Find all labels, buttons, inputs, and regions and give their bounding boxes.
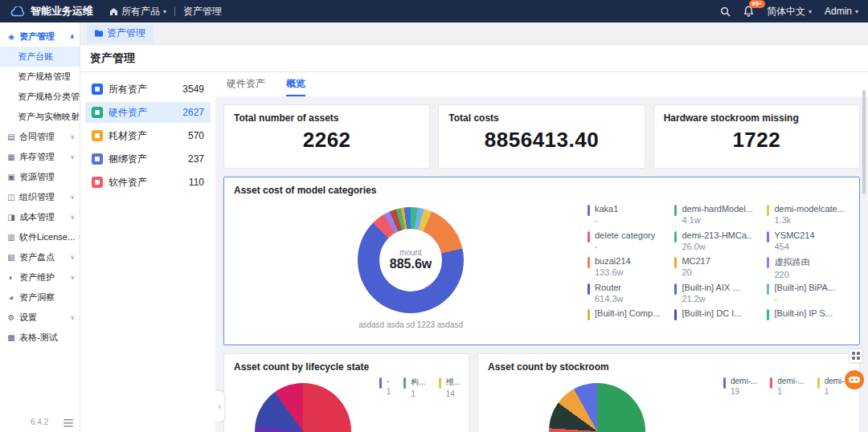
legend-item[interactable]: Router614.3w xyxy=(588,283,661,309)
chevron-down-icon: ∨ xyxy=(70,153,75,161)
sidebar-item[interactable]: ◐资产维护∨ xyxy=(0,267,80,287)
chevron-down-icon: ▾ xyxy=(809,8,812,15)
content-tab[interactable]: 概览 xyxy=(286,72,305,96)
type-list-count: 3549 xyxy=(182,84,204,95)
pie-chart-1[interactable] xyxy=(255,383,351,432)
assistant-button[interactable] xyxy=(844,369,865,390)
collapse-panel-icon[interactable]: ‹ xyxy=(215,390,225,422)
legend-item[interactable]: buzai214133.6w xyxy=(588,256,661,283)
nav-all-products[interactable]: 所有产品 ▾ xyxy=(109,5,166,18)
type-list-item[interactable]: 硬件资产2627 xyxy=(85,102,211,123)
sidebar-item-label: 资产盘点 xyxy=(19,251,55,263)
sidebar-item-label: 资产洞察 xyxy=(19,291,55,304)
legend-marker xyxy=(723,377,726,389)
page-title: 资产管理 xyxy=(80,45,868,72)
legend-item[interactable]: [Built-in] BiPA...- xyxy=(767,283,846,309)
legend-item[interactable]: [Built-in] Comp... xyxy=(588,308,661,335)
assets-icon: ◈ xyxy=(6,32,16,41)
legend-item[interactable]: delete category- xyxy=(588,230,661,257)
hardware-assets-icon xyxy=(92,107,103,118)
legend-marker xyxy=(767,231,769,242)
pie-chart-2[interactable] xyxy=(549,383,645,432)
legend-name: Router xyxy=(595,283,623,292)
open-tab-asset-management[interactable]: 资产管理 xyxy=(87,25,154,43)
sidebar-subitem[interactable]: 资产与实物映射... xyxy=(0,107,80,127)
legend-name: [Built-in] BiPA... xyxy=(774,283,835,292)
sidebar-item[interactable]: ◈资产管理∧ xyxy=(0,26,80,47)
donut-center-label: mount xyxy=(399,248,422,257)
sidebar-subitem[interactable]: 资产规格管理 xyxy=(0,67,80,87)
overview-area: Total number of assets2262Total costs885… xyxy=(215,96,868,432)
license-icon: ▥ xyxy=(6,233,16,242)
widget-panel-button[interactable] xyxy=(849,348,863,363)
sidebar-item-label: 合同管理 xyxy=(19,131,55,143)
user-name: Admin xyxy=(825,6,852,17)
legend-item[interactable]: MC21720 xyxy=(674,256,754,283)
legend-item[interactable]: 维...14 xyxy=(439,377,461,399)
nav-all-products-label: 所有产品 xyxy=(121,5,160,18)
language-selector[interactable]: 简体中文 ▾ xyxy=(767,5,812,18)
legend-item[interactable]: demi-hardModel...4.1w xyxy=(674,204,754,230)
sidebar-item[interactable]: ▣资源管理 xyxy=(0,167,80,187)
sidebar-item[interactable]: ⚙设置∨ xyxy=(0,308,80,328)
legend-name: delete category xyxy=(595,230,655,240)
user-menu[interactable]: Admin ▾ xyxy=(825,6,858,17)
legend-item[interactable]: demi-modelcate...1.3k xyxy=(767,204,846,230)
type-list-item[interactable]: 所有资产3549 xyxy=(85,79,211,100)
robot-icon xyxy=(844,369,865,390)
legend-item[interactable]: kaka1- xyxy=(588,204,661,230)
sidebar-item[interactable]: ◫组织管理∨ xyxy=(0,187,80,207)
type-list-item[interactable]: 捆绑资产237 xyxy=(85,149,211,169)
main-area: 资产管理 资产管理 所有资产3549硬件资产2627耗材资产570捆绑资产237… xyxy=(80,22,868,432)
type-list-item[interactable]: 软件资产110 xyxy=(85,172,211,193)
legend-item[interactable]: 虚拟路由220 xyxy=(767,256,846,283)
sidebar-subitem[interactable]: 资产台账 xyxy=(0,47,80,67)
sidebar-item[interactable]: ◨成本管理∨ xyxy=(0,207,80,227)
legend-value: 26.0w xyxy=(682,242,752,251)
sidebar-collapse-icon[interactable] xyxy=(63,419,73,427)
legend-item[interactable]: 构...1 xyxy=(403,377,425,399)
stat-cards-row: Total number of assets2262Total costs885… xyxy=(223,104,860,169)
sidebar-item-label: 资源管理 xyxy=(19,171,55,183)
sidebar-item[interactable]: ▩表格-测试 xyxy=(0,328,80,348)
home-icon xyxy=(109,7,118,16)
navbar-right: 99+ 简体中文 ▾ Admin ▾ xyxy=(720,5,858,18)
app-window: 智能业务运维 所有产品 ▾ 资产管理 99+ 简体中文 ▾ Admin xyxy=(0,0,868,432)
legend-item[interactable]: demi-...1 xyxy=(770,377,804,397)
type-list-item[interactable]: 耗材资产570 xyxy=(85,125,211,146)
legend-name: [Built-in] AIX ... xyxy=(682,283,739,292)
search-icon[interactable] xyxy=(720,6,731,17)
legend-item[interactable]: [Built-in] IP S... xyxy=(767,308,846,335)
legend-item[interactable]: YSMC214454 xyxy=(767,230,846,257)
legend-item[interactable]: [Built-in] DC I... xyxy=(674,308,754,335)
legend-marker xyxy=(674,231,677,242)
brand[interactable]: 智能业务运维 xyxy=(10,4,93,18)
chart-footnote: asdasd asda sd 1223 asdasd xyxy=(358,320,463,329)
sidebar-item[interactable]: ▥软件License...∨ xyxy=(0,227,80,247)
chevron-down-icon: ∨ xyxy=(70,274,75,281)
sidebar-item[interactable]: ▧资产盘点∨ xyxy=(0,247,80,267)
sidebar-item[interactable]: ▦库存管理∨ xyxy=(0,147,80,167)
legend-item[interactable]: demi-213-HMCa...26.0w xyxy=(674,230,754,257)
legend-item[interactable]: [Built-in] AIX ...21.2w xyxy=(674,283,754,309)
legend-marker xyxy=(817,377,820,389)
sidebar-item[interactable]: ◕资产洞察 xyxy=(0,287,80,308)
type-list-label: 硬件资产 xyxy=(108,106,147,120)
sidebar-subitem[interactable]: 资产规格分类管理 xyxy=(0,87,80,107)
bundle-assets-icon xyxy=(92,153,103,165)
legend-name: demi-213-HMCa... xyxy=(682,230,752,240)
sidebar-item[interactable]: ▤合同管理∨ xyxy=(0,127,80,147)
resource-icon: ▣ xyxy=(6,173,16,181)
chart-title: Asset count by lifecycle state xyxy=(234,361,459,373)
vertical-scrollbar[interactable] xyxy=(862,90,866,194)
notifications-button[interactable]: 99+ xyxy=(743,6,754,17)
legend-value: 133.6w xyxy=(595,267,631,277)
legend-value: - xyxy=(595,215,618,225)
content-tab[interactable]: 硬件资产 xyxy=(227,72,265,96)
nav-current-product[interactable]: 资产管理 xyxy=(183,5,222,18)
legend-item[interactable]: -1 xyxy=(379,377,391,399)
donut-chart[interactable]: mount 885.6w xyxy=(358,207,464,313)
chevron-down-icon: ▾ xyxy=(163,8,166,15)
version-label: 6.4.2 xyxy=(31,418,48,426)
legend-item[interactable]: demi-...19 xyxy=(723,377,757,397)
